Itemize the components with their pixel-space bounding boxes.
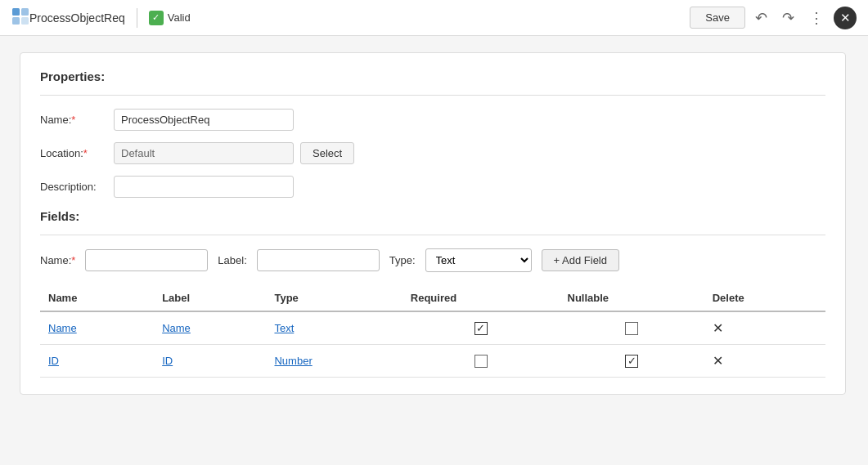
more-options-button[interactable]: ⋮ — [804, 6, 829, 30]
row1-name-link[interactable]: Name — [48, 322, 77, 334]
row2-delete-cell: ✕ — [704, 345, 825, 378]
row1-type: Text — [266, 311, 402, 345]
row2-required-cell — [403, 345, 560, 378]
row2-type: Number — [266, 345, 402, 378]
col-label: Label — [154, 285, 266, 311]
location-label: Location:* — [40, 147, 114, 159]
row1-delete-button[interactable]: ✕ — [713, 321, 723, 335]
row2-nullable-checkmark: ✓ — [627, 355, 636, 367]
name-required-star: * — [71, 114, 75, 126]
redo-icon: ↷ — [782, 9, 794, 27]
field-name-required-star: * — [71, 254, 75, 266]
table-row: Name Name Text ✓ — [40, 311, 825, 345]
row1-nullable-checkbox[interactable] — [625, 322, 638, 335]
row2-label: ID — [154, 345, 266, 378]
close-button[interactable]: ✕ — [834, 7, 857, 29]
fields-table-body: Name Name Text ✓ — [40, 311, 825, 378]
fields-table: Name Label Type Required Nullable Delete… — [40, 285, 825, 378]
location-input — [114, 142, 294, 164]
description-row: Description: — [40, 176, 825, 198]
add-field-row: Name:* Label: Type: Text Number Boolean … — [40, 248, 825, 272]
row2-label-link[interactable]: ID — [162, 355, 173, 367]
properties-section-title: Properties: — [40, 69, 825, 83]
field-name-input[interactable] — [85, 249, 208, 271]
valid-check-icon: ✓ — [149, 11, 164, 25]
row1-delete-cell: ✕ — [704, 311, 825, 345]
fields-section-title: Fields: — [40, 209, 825, 223]
description-label: Description: — [40, 181, 114, 193]
select-button[interactable]: Select — [300, 142, 354, 164]
field-label-label: Label: — [218, 254, 246, 266]
field-type-select[interactable]: Text Number Boolean Date — [425, 248, 532, 272]
topbar-title: ProcessObjectReq — [29, 11, 125, 25]
svg-rect-1 — [21, 8, 29, 16]
svg-rect-0 — [12, 8, 20, 16]
svg-rect-3 — [21, 17, 29, 25]
topbar-actions: Save ↶ ↷ ⋮ ✕ — [690, 6, 857, 30]
main-content: Properties: Name:* Location:* Select Des… — [0, 36, 868, 465]
row2-nullable-cell: ✓ — [560, 345, 704, 378]
valid-label: Valid — [168, 11, 191, 24]
add-field-button[interactable]: + Add Field — [542, 249, 619, 271]
row2-delete-button[interactable]: ✕ — [713, 354, 723, 368]
fields-divider — [40, 235, 825, 235]
properties-divider — [40, 95, 825, 96]
fields-table-header: Name Label Type Required Nullable Delete — [40, 285, 825, 311]
row1-label: Name — [154, 311, 266, 345]
table-row: ID ID Number — [40, 345, 825, 378]
description-input[interactable] — [114, 176, 294, 198]
row2-type-link[interactable]: Number — [274, 355, 312, 367]
row1-required-checkmark: ✓ — [476, 322, 485, 334]
field-type-label: Type: — [389, 254, 416, 266]
svg-rect-2 — [12, 17, 20, 25]
row2-name-link[interactable]: ID — [48, 355, 59, 367]
name-row: Name:* — [40, 109, 825, 131]
app-logo-icon — [11, 7, 29, 28]
row2-required-checkbox[interactable] — [474, 355, 488, 368]
save-button[interactable]: Save — [690, 7, 745, 29]
field-name-label: Name:* — [40, 254, 75, 266]
row1-label-link[interactable]: Name — [162, 322, 191, 334]
field-label-input[interactable] — [257, 249, 380, 271]
topbar: ProcessObjectReq ✓ Valid Save ↶ ↷ ⋮ ✕ — [0, 0, 868, 36]
location-required-star: * — [83, 147, 88, 159]
row1-nullable-cell — [560, 311, 704, 345]
location-row: Location:* Select — [40, 142, 825, 164]
fields-section: Fields: Name:* Label: Type: Text Number … — [40, 209, 825, 378]
row2-name: ID — [40, 345, 154, 378]
topbar-valid-badge: ✓ Valid — [149, 11, 191, 25]
row1-type-link[interactable]: Text — [274, 322, 294, 334]
col-type: Type — [266, 285, 402, 311]
topbar-divider — [137, 8, 137, 28]
row1-name: Name — [40, 311, 154, 345]
col-nullable: Nullable — [560, 285, 704, 311]
name-label: Name:* — [40, 114, 114, 126]
col-delete: Delete — [704, 285, 825, 311]
name-input[interactable] — [114, 109, 294, 131]
col-name: Name — [40, 285, 154, 311]
more-options-icon: ⋮ — [809, 9, 824, 27]
row1-required-cell: ✓ — [403, 311, 560, 345]
undo-icon: ↶ — [755, 9, 767, 27]
close-icon: ✕ — [840, 11, 851, 25]
redo-button[interactable]: ↷ — [777, 6, 799, 30]
row1-required-checkbox[interactable]: ✓ — [474, 322, 488, 335]
row2-nullable-checkbox[interactable]: ✓ — [625, 355, 638, 368]
undo-button[interactable]: ↶ — [750, 6, 772, 30]
properties-card: Properties: Name:* Location:* Select Des… — [20, 52, 846, 395]
col-required: Required — [403, 285, 560, 311]
